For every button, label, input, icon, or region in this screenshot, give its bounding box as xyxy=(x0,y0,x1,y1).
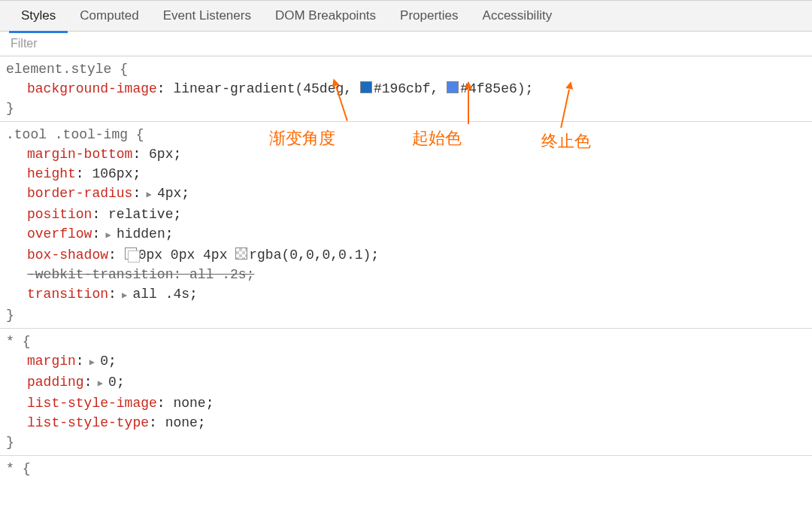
color-swatch-start[interactable] xyxy=(360,81,372,93)
devtools-tabs: Styles Computed Event Listeners DOM Brea… xyxy=(0,0,812,32)
rule-element-style[interactable]: element.style { background-image: linear… xyxy=(0,56,812,122)
tab-event-listeners[interactable]: Event Listeners xyxy=(151,1,263,31)
filter-row xyxy=(0,32,812,56)
color-swatch-end[interactable] xyxy=(447,81,459,93)
rule-universal-2[interactable]: * { xyxy=(0,456,812,481)
tab-computed[interactable]: Computed xyxy=(68,1,150,31)
expand-icon[interactable]: ▶ xyxy=(141,190,157,200)
selector: * xyxy=(6,334,14,349)
decl-background-image[interactable]: background-image: linear-gradient(45deg,… xyxy=(6,79,806,99)
expand-icon[interactable]: ▶ xyxy=(92,378,108,389)
tab-dom-breakpoints[interactable]: DOM Breakpoints xyxy=(263,1,388,31)
tab-styles[interactable]: Styles xyxy=(9,0,68,33)
selector: .tool .tool-img xyxy=(6,127,128,142)
box-shadow-icon[interactable] xyxy=(125,247,137,260)
rule-tool-img[interactable]: .tool .tool-img { margin-bottom: 6px; he… xyxy=(0,122,812,329)
expand-icon[interactable]: ▶ xyxy=(117,290,133,301)
rule-universal[interactable]: * { margin: ▶ 0; padding: ▶ 0; list-styl… xyxy=(0,329,812,456)
tab-properties[interactable]: Properties xyxy=(388,1,470,31)
filter-input[interactable] xyxy=(9,36,806,51)
decl-overridden[interactable]: -webkit-transition: all .2s; xyxy=(6,265,806,284)
tab-accessibility[interactable]: Accessibility xyxy=(471,1,565,31)
prop-background-image: background-image xyxy=(27,81,157,96)
color-swatch-rgba[interactable] xyxy=(235,247,247,260)
styles-panel: element.style { background-image: linear… xyxy=(0,56,812,481)
selector: element.style xyxy=(6,62,111,77)
selector: * xyxy=(6,461,14,476)
expand-icon[interactable]: ▶ xyxy=(84,357,101,368)
expand-icon[interactable]: ▶ xyxy=(100,230,117,241)
